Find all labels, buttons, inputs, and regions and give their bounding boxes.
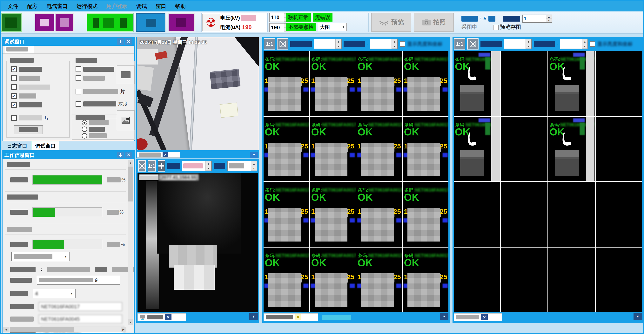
camera-tab[interactable]: ✕ <box>137 152 180 158</box>
chevron-down-icon[interactable]: ▼ <box>634 313 642 320</box>
ua-spinner-value[interactable]: 190 <box>270 24 284 32</box>
checkbox-2[interactable] <box>11 75 17 81</box>
xray-image[interactable]: [2077.41,1564.55] <box>138 173 258 312</box>
chevron-down-icon[interactable]: ▼ <box>249 313 258 320</box>
menu-debug[interactable]: 调试 <box>133 3 150 10</box>
scrollbar-thumb[interactable] <box>128 167 133 201</box>
icon-button-2[interactable] <box>117 110 134 130</box>
redacted-spin-value[interactable] <box>228 161 251 171</box>
xray-cell[interactable]: 条码:NET0616FA0017 OK 1 25 <box>356 182 402 247</box>
barcode-input-2[interactable]: NET0616FA0045 <box>39 314 122 323</box>
xray-cell[interactable] <box>454 247 500 312</box>
checkbox-8[interactable] <box>76 75 81 81</box>
spinner-arrows[interactable]: ▲▼ <box>526 39 531 49</box>
show-coords-checkbox[interactable] <box>400 41 405 47</box>
offset-value[interactable]: 0 <box>370 39 392 49</box>
xray-cell[interactable]: 条码:NET0616FA0017 OK 1 25 <box>310 182 356 247</box>
spinner-arrows[interactable]: ▲▼ <box>582 39 588 49</box>
close-icon[interactable]: ✕ <box>295 314 302 320</box>
checkbox-10[interactable] <box>76 101 81 107</box>
overlay-value[interactable]: 1 <box>522 15 546 22</box>
radio-2[interactable] <box>82 127 87 132</box>
viewer-spinner-2[interactable]: ▲▼ <box>227 161 257 171</box>
xray-cell[interactable] <box>501 182 548 247</box>
tab-debug-window[interactable]: 调试窗口 <box>32 141 60 151</box>
close-icon[interactable]: ✕ <box>125 38 132 45</box>
xray-cell[interactable]: 条码:NET0616FA0017 OK 1 25 <box>356 51 402 116</box>
overlay-spinner-arrows[interactable]: ▲▼ <box>546 15 552 22</box>
xray-cell[interactable] <box>596 247 642 312</box>
xray-cell[interactable] <box>596 117 642 181</box>
snapshot-button[interactable]: 拍照 <box>414 13 454 32</box>
scroll-right-arrow[interactable]: ▶ <box>120 326 126 332</box>
brightness-spinner[interactable]: 100.0 ▲▼ <box>314 39 342 49</box>
menu-user-login[interactable]: 用户登录 <box>103 3 130 10</box>
checkbox-6[interactable] <box>11 115 17 121</box>
grid-tab-active[interactable]: ✕ <box>454 313 502 321</box>
toolbar-button-start[interactable] <box>87 13 134 32</box>
xray-cell[interactable]: 条码:NET0616FA0017 OK 1 25 <box>264 117 309 181</box>
xray-cell[interactable] <box>501 51 548 116</box>
debug-settings-tab[interactable] <box>5 46 34 54</box>
kv-spinner-value[interactable]: 110 <box>270 14 284 22</box>
scroll-up-arrow[interactable]: ▲ <box>128 160 134 166</box>
close-icon[interactable]: ✕ <box>481 314 488 320</box>
xray-cell[interactable]: 条码:NET0616FA0017 OK 1 25 <box>403 182 448 247</box>
menu-recipe[interactable]: 配方 <box>24 3 41 10</box>
xray-cell[interactable]: 条码:NET0616FA0017 OK 1 25 <box>264 182 309 247</box>
toolbar-button-6[interactable] <box>168 13 195 32</box>
xray-cell[interactable]: 条码:NET0616FA0017 OK 1 25 <box>403 51 448 116</box>
close-icon[interactable]: ✕ <box>165 314 172 320</box>
show-coords-checkbox[interactable] <box>590 41 595 47</box>
pin-icon[interactable] <box>117 152 124 158</box>
radiation-icon[interactable]: ☢ <box>202 14 220 31</box>
spinner-arrows[interactable]: ▲▼ <box>251 161 257 171</box>
checkbox-7[interactable] <box>76 66 81 72</box>
barcode-input-1[interactable]: NET0616FA0017 <box>39 302 122 311</box>
grid-tab-inactive[interactable] <box>322 315 351 320</box>
chevron-down-icon[interactable]: ▼ <box>440 313 448 320</box>
fit-view-button[interactable] <box>467 38 478 50</box>
xray-cell[interactable] <box>548 247 595 312</box>
pin-icon[interactable] <box>117 38 124 45</box>
checkbox-3[interactable] <box>11 84 17 90</box>
menu-electrical-window[interactable]: 电气窗口 <box>44 3 71 10</box>
group1-button[interactable] <box>14 125 43 134</box>
brightness-value[interactable]: 100.0 <box>314 39 336 49</box>
checkbox-9[interactable] <box>76 89 81 94</box>
xray-cell[interactable]: 条码:NET0616FA0017 OK 1 25 <box>310 51 356 116</box>
checkbox-4[interactable]: ✓ <box>11 93 17 99</box>
spinner-arrows[interactable]: ▲▼ <box>336 39 341 49</box>
spinner-arrows[interactable]: ▲▼ <box>206 161 211 171</box>
xray-cell[interactable]: 条码:NET0616FA0017 OK 1 25 <box>264 51 309 116</box>
brightness-value[interactable]: 100.0 <box>504 39 526 49</box>
save-preview-checkbox[interactable] <box>493 25 498 30</box>
tab-log-window[interactable]: 日志窗口 <box>4 141 31 151</box>
chevron-down-icon[interactable]: ▼ <box>250 152 258 158</box>
xray-cell[interactable]: 条码:NET0616FA0017 OK <box>548 117 595 181</box>
recipe-combobox[interactable]: ▼ <box>11 252 70 261</box>
xray-cell[interactable]: 条码:NET0616FA0017 OK <box>454 51 500 116</box>
xray-cell[interactable]: 条码:NET0616FA0017 OK 1 25 <box>310 247 356 312</box>
xray-cell[interactable] <box>596 182 642 247</box>
form-combobox[interactable]: 4 ▼ <box>33 289 76 298</box>
scrollbar-thumb[interactable] <box>10 327 74 332</box>
xray-cell[interactable]: 条码:NET0616FA0017 OK 1 25 <box>310 117 356 181</box>
crosshair-button[interactable] <box>158 160 165 172</box>
xray-cell[interactable]: 条码:NET0616FA0017 OK 1 25 <box>356 117 402 181</box>
one-to-one-button[interactable]: 1:1 <box>148 160 156 172</box>
redacted-spin-value[interactable] <box>182 161 206 171</box>
horizontal-scrollbar[interactable]: ◀ ▶ <box>3 326 126 332</box>
checkbox-1[interactable]: ✓ <box>11 66 17 72</box>
xray-cell[interactable] <box>501 247 548 312</box>
toolbar-button-1[interactable] <box>1 13 22 32</box>
spinner-arrows[interactable]: ▲▼ <box>392 39 397 49</box>
xray-cell[interactable] <box>596 51 642 116</box>
close-icon[interactable]: ✕ <box>162 152 168 157</box>
image-size-select[interactable]: 大图 ▼ <box>318 23 347 31</box>
radio-1[interactable] <box>82 120 87 125</box>
checkbox-5[interactable]: ✓ <box>11 102 17 108</box>
viewer-spinner-1[interactable]: ▲▼ <box>182 161 212 171</box>
offset-spinner[interactable]: 0 ▲▼ <box>370 39 398 49</box>
preview-button[interactable]: 预览 <box>371 13 411 32</box>
